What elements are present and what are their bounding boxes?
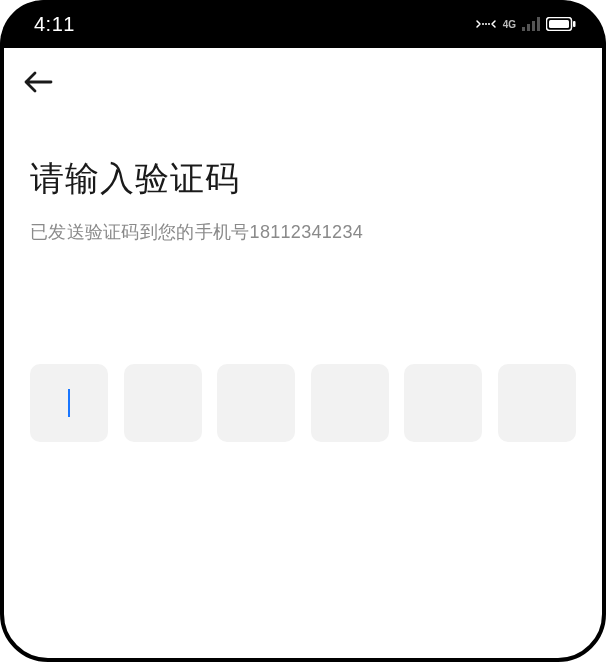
svg-rect-4 [527, 24, 530, 31]
back-button[interactable] [20, 64, 56, 100]
code-digit-5[interactable] [404, 364, 482, 442]
svg-rect-8 [549, 20, 569, 28]
svg-rect-5 [532, 21, 535, 31]
svg-point-2 [488, 23, 490, 25]
svg-rect-3 [522, 27, 525, 31]
code-digit-1[interactable] [30, 364, 108, 442]
svg-point-0 [482, 23, 484, 25]
code-digit-3[interactable] [217, 364, 295, 442]
verification-code-input[interactable] [0, 364, 606, 442]
code-digit-4[interactable] [311, 364, 389, 442]
status-time: 4:11 [34, 13, 75, 36]
svg-rect-6 [537, 17, 540, 31]
svg-rect-9 [573, 21, 576, 27]
status-bar: 4:11 4G [0, 0, 606, 48]
code-digit-2[interactable] [124, 364, 202, 442]
page-title: 请输入验证码 [30, 156, 576, 202]
code-digit-6[interactable] [498, 364, 576, 442]
battery-icon [546, 17, 576, 31]
network-label: 4G [503, 19, 516, 30]
content: 请输入验证码 已发送验证码到您的手机号18112341234 [0, 116, 606, 244]
page-subtitle: 已发送验证码到您的手机号18112341234 [30, 220, 576, 244]
navbar [0, 48, 606, 116]
code-icon [475, 17, 497, 31]
svg-point-1 [485, 23, 487, 25]
arrow-left-icon [23, 70, 53, 94]
signal-icon [522, 17, 540, 31]
status-indicators: 4G [475, 17, 576, 31]
